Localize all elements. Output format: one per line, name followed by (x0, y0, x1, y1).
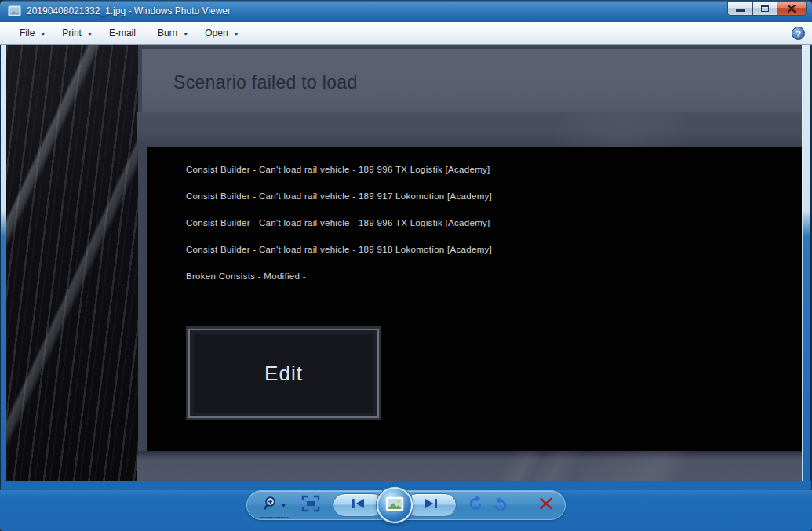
window-title: 20190408021332_1.jpg - Windows Photo Vie… (27, 5, 231, 16)
menu-burn-label: Burn (158, 27, 177, 38)
error-message-line: Consist Builder - Can't load rail vehicl… (186, 183, 786, 209)
menu-file-label: File (20, 27, 35, 38)
error-message-line: Consist Builder - Can't load rail vehicl… (186, 236, 786, 263)
play-slideshow-button[interactable] (377, 487, 413, 523)
window-border-right (802, 45, 812, 481)
previous-icon (349, 497, 368, 513)
fit-to-window-icon (301, 495, 320, 515)
toolbar-pill: ▼ (246, 490, 566, 520)
error-message-line: Consist Builder - Can't load rail vehicl… (186, 209, 786, 236)
edit-button-label: Edit (264, 362, 303, 386)
restore-button[interactable] (752, 1, 777, 16)
chevron-down-icon: ▼ (281, 503, 286, 508)
menu-file[interactable]: File ▼ (20, 27, 46, 38)
error-message-line: Broken Consists - Modified - (186, 263, 786, 289)
minimize-button[interactable] (727, 1, 753, 16)
magnifier-icon (263, 496, 279, 515)
bottom-toolbar: ▼ (0, 490, 812, 531)
scenario-header-band: Scenario failed to load (142, 49, 802, 112)
error-message-line: Consist Builder - Can't load rail vehicl… (186, 156, 786, 183)
minimize-icon (736, 9, 745, 12)
window-border-left (0, 45, 6, 481)
chevron-down-icon: ▼ (40, 30, 46, 37)
photo-viewer-app-icon (8, 5, 21, 16)
close-button[interactable] (777, 1, 807, 16)
title-bar[interactable]: 20190408021332_1.jpg - Windows Photo Vie… (0, 0, 812, 22)
menu-print[interactable]: Print ▼ (62, 27, 93, 38)
chevron-down-icon: ▼ (234, 30, 239, 37)
menu-email-label: E-mail (109, 27, 136, 38)
zoom-button[interactable]: ▼ (260, 493, 289, 518)
rotate-counterclockwise-icon (468, 496, 483, 515)
footer-band (137, 451, 802, 481)
close-icon (787, 2, 796, 16)
photo-viewer-window: 20190408021332_1.jpg - Windows Photo Vie… (0, 0, 812, 531)
slideshow-icon (385, 496, 404, 515)
edit-button[interactable]: Edit (188, 329, 379, 418)
menu-open[interactable]: Open ▼ (205, 27, 239, 38)
railway-tracks-image (6, 45, 138, 481)
chevron-down-icon: ▼ (87, 30, 93, 37)
header-sub-band (137, 112, 802, 147)
restore-icon (761, 5, 769, 12)
menu-email[interactable]: E-mail (109, 27, 141, 38)
menu-print-label: Print (62, 27, 82, 38)
delete-button[interactable] (538, 496, 554, 514)
photo-display-area: Scenario failed to load Consist Builder … (0, 45, 812, 481)
delete-icon (538, 496, 554, 514)
chevron-down-icon: ▼ (183, 30, 188, 37)
menu-burn[interactable]: Burn ▼ (158, 27, 188, 38)
menu-open-label: Open (205, 27, 228, 38)
navigation-cluster (333, 493, 457, 517)
photo-image: Scenario failed to load Consist Builder … (6, 45, 802, 481)
rotate-clockwise-icon (493, 497, 508, 513)
rotate-counterclockwise-button[interactable] (468, 496, 483, 515)
menu-bar: File ▼ Print ▼ E-mail Burn ▼ Open ▼ ? (0, 22, 812, 45)
help-icon: ? (796, 29, 801, 38)
scenario-heading: Scenario failed to load (173, 72, 358, 93)
rotate-clockwise-button[interactable] (493, 497, 508, 513)
help-button[interactable]: ? (792, 27, 805, 40)
window-controls (728, 1, 807, 16)
error-message-list: Consist Builder - Can't load rail vehicl… (186, 156, 786, 289)
next-icon (421, 497, 440, 513)
fit-to-window-button[interactable] (301, 495, 320, 515)
